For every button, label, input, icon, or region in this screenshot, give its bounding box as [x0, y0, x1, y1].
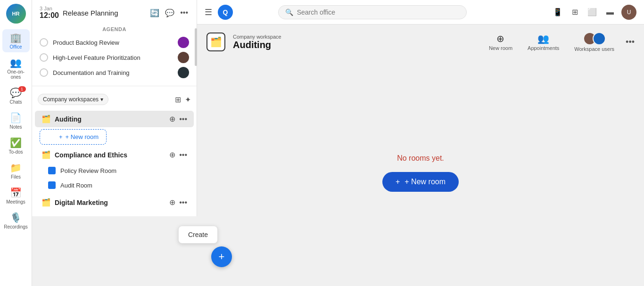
recordings-icon: 🎙️ — [10, 212, 22, 223]
workspace-more-button[interactable]: ••• — [626, 37, 635, 47]
sidebar-item-label: To-dos — [8, 149, 23, 155]
appointments-icon: 👥 — [537, 33, 549, 44]
sidebar-item-label: Office — [10, 44, 22, 49]
sidebar-item-label: Recordings — [4, 224, 28, 229]
new-room-label: + New room — [66, 133, 99, 140]
workspace-folder-icon-3: 🗂️ — [41, 198, 51, 207]
auditing-new-room-button[interactable]: + + New room — [40, 129, 107, 145]
sidebar-item-chats[interactable]: 1 💬 Chats — [2, 84, 30, 107]
workspace-compliance-header[interactable]: 🗂️ Compliance and Ethics ⊕ ••• — [35, 147, 194, 163]
mobile-view-button[interactable]: 📱 — [551, 6, 564, 18]
sidebar-item-label: Meetings — [6, 199, 25, 204]
agenda-item-2: High-Level Feature Prioritization — [40, 50, 189, 65]
room-item-policy[interactable]: Policy Review Room — [35, 163, 194, 178]
sidebar-item-meetings[interactable]: 📅 Meetings — [2, 184, 30, 207]
workspace-sublabel: Company workspace — [233, 34, 281, 40]
sidebar-item-label: Chats — [9, 99, 22, 105]
middle-panel: 3 Jan 12:00 Release Planning 🔄 💬 ••• AGE… — [32, 0, 197, 216]
header-right: 📱 ⊞ ⬜ ▬ U — [551, 5, 636, 20]
sidebar-item-to-dos[interactable]: ✅ To-dos — [2, 134, 30, 157]
create-tooltip-label: Create — [188, 231, 208, 238]
agenda-item: Product Backlog Review — [40, 35, 189, 50]
agenda-text-3: Documentation and Training — [53, 69, 173, 76]
meeting-refresh-button[interactable]: 🔄 — [149, 8, 160, 18]
workspace-group-compliance: 🗂️ Compliance and Ethics ⊕ ••• Policy Re… — [32, 147, 197, 192]
split-view-button[interactable]: ⬜ — [586, 6, 599, 18]
meeting-chat-button[interactable]: 💬 — [164, 8, 175, 18]
hamburger-button[interactable]: ☰ — [205, 7, 212, 17]
new-room-main-button[interactable]: + + New room — [382, 172, 459, 192]
agenda-checkbox-2[interactable] — [40, 53, 48, 62]
agenda-text-1: Product Backlog Review — [53, 39, 173, 46]
search-bar[interactable]: 🔍 — [278, 5, 467, 19]
search-icon: 🔍 — [285, 8, 293, 16]
search-input[interactable] — [297, 8, 460, 16]
sidebar-item-recordings[interactable]: 🎙️ Recordings — [2, 209, 30, 232]
grid-view-button[interactable]: ⊞ — [570, 6, 580, 18]
no-rooms-text: No rooms yet. — [397, 154, 444, 163]
company-logo: HR — [6, 4, 26, 24]
user-avatar[interactable]: U — [621, 5, 636, 20]
workspace-users-avatars — [583, 32, 606, 45]
workspace-digital-add-button[interactable]: ⊕ — [169, 198, 175, 207]
agenda-label: AGENDA — [40, 24, 189, 35]
workspace-content: 🗂️ Company workspace Auditing ⊕ New room… — [197, 25, 644, 286]
sidebar-item-office[interactable]: 🏢 Office — [2, 29, 30, 52]
workspace-auditing-header[interactable]: 🗂️ Auditing ⊕ ••• — [35, 111, 194, 127]
room-name-audit: Audit Room — [60, 182, 92, 189]
sidebar-item-notes[interactable]: 📄 Notes — [2, 109, 30, 132]
top-header: ☰ Q 🔍 📱 ⊞ ⬜ ▬ U — [197, 0, 644, 25]
workspace-title: Auditing — [233, 40, 281, 50]
workspace-users-section: Workspace users — [570, 30, 618, 54]
office-icon: 🏢 — [10, 32, 22, 43]
chats-badge: 1 — [18, 86, 26, 92]
meeting-actions: 🔄 💬 ••• — [149, 8, 189, 18]
workspace-digital-more-button[interactable]: ••• — [179, 198, 187, 207]
meeting-time-row: 3 Jan 12:00 Release Planning 🔄 💬 ••• — [40, 6, 189, 20]
appointments-label: Appointments — [528, 45, 559, 51]
new-room-topbar-label: New room — [489, 45, 512, 51]
middle-panel-wrapper: 3 Jan 12:00 Release Planning 🔄 💬 ••• AGE… — [32, 0, 197, 286]
agenda-avatar-2 — [178, 52, 189, 63]
sidebar-item-files[interactable]: 📁 Files — [2, 159, 30, 182]
magic-workspace-button[interactable]: ✦ — [185, 95, 191, 104]
scrollbar[interactable] — [195, 28, 197, 66]
add-workspace-button[interactable]: ⊞ — [175, 95, 181, 104]
meeting-more-button[interactable]: ••• — [179, 8, 189, 18]
new-room-topbar-button[interactable]: ⊕ New room — [485, 31, 516, 53]
plus-icon: + — [59, 133, 63, 140]
quire-logo: Q — [218, 5, 233, 20]
create-tooltip: Create — [178, 226, 218, 244]
new-room-main-icon: + — [396, 178, 400, 186]
sidebar-item-label: Notes — [9, 124, 22, 130]
workspace-compliance-add-button[interactable]: ⊕ — [169, 150, 175, 159]
room-color-policy — [48, 167, 56, 174]
sidebar-item-label: One-on-ones — [4, 69, 28, 80]
workspace-auditing-add-button[interactable]: ⊕ — [169, 114, 175, 123]
workspace-digital-name: Digital Marketing — [55, 199, 165, 206]
agenda-checkbox-1[interactable] — [40, 38, 48, 47]
new-room-topbar-icon: ⊕ — [496, 33, 504, 44]
agenda-item-3: Documentation and Training — [40, 65, 189, 80]
workspaces-section: Company workspaces ▾ ⊞ ✦ 🗂️ Auditing ⊕ •… — [32, 86, 197, 216]
fullscreen-button[interactable]: ▬ — [604, 6, 616, 18]
workspaces-actions: ⊞ ✦ — [175, 95, 191, 104]
workspace-compliance-more-button[interactable]: ••• — [179, 151, 187, 159]
workspaces-dropdown[interactable]: Company workspaces ▾ — [38, 94, 108, 105]
appointments-button[interactable]: 👥 Appointments — [524, 31, 563, 53]
agenda-text-2: High-Level Feature Prioritization — [53, 54, 173, 61]
workspace-digital-header[interactable]: 🗂️ Digital Marketing ⊕ ••• — [35, 194, 194, 211]
workspaces-dropdown-label: Company workspaces — [43, 96, 99, 103]
workspace-auditing-more-button[interactable]: ••• — [179, 115, 187, 123]
create-fab-button[interactable]: + — [211, 246, 232, 267]
workspace-folder-icon-2: 🗂️ — [41, 150, 51, 159]
room-item-audit[interactable]: Audit Room — [35, 178, 194, 192]
workspace-folder-icon: 🗂️ — [41, 114, 51, 123]
new-room-main-label: + New room — [405, 178, 446, 186]
agenda-checkbox-3[interactable] — [40, 68, 48, 77]
meeting-title: Release Planning — [63, 9, 118, 17]
workspace-logo-icon: 🗂️ — [206, 33, 225, 51]
workspace-users-label: Workspace users — [574, 46, 614, 52]
sidebar-item-one-on-ones[interactable]: 👥 One-on-ones — [2, 54, 30, 82]
workspace-auditing-name: Auditing — [55, 115, 165, 123]
